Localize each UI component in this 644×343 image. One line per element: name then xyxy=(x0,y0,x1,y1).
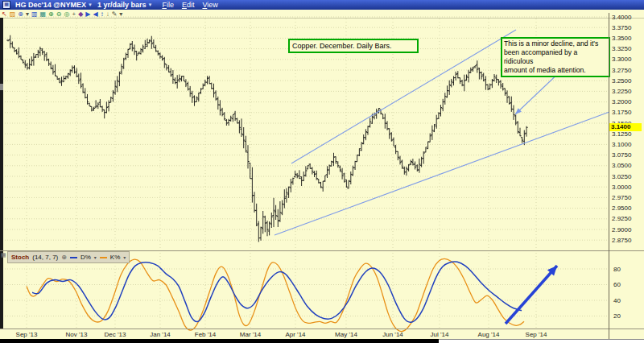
indicator-legend[interactable]: Stoch (14, 7, 7) ⊕ D% ▾ K% ▾ xyxy=(7,251,130,263)
date-tick-label: Apr '14 xyxy=(285,331,305,338)
indicator-params: (14, 7, 7) xyxy=(32,254,58,261)
price-tick-label: 3.0750 xyxy=(612,151,631,159)
date-tick-label: Nov '13 xyxy=(66,331,88,338)
date-tick-label: Sep '14 xyxy=(526,331,547,338)
date-tick-label: Mar '14 xyxy=(240,331,261,338)
d-series-label: D% xyxy=(80,254,91,261)
panel-grip-icon[interactable]: ▦ xyxy=(1,252,6,258)
price-tick-label: 2.8750 xyxy=(612,237,631,244)
price-tick-label: 3.3250 xyxy=(612,45,631,52)
date-tick-label: Jun '14 xyxy=(382,331,403,338)
add-series-icon[interactable]: ⊕ xyxy=(61,254,67,261)
price-tick-label: 2.9000 xyxy=(612,226,631,233)
footer-strip-right xyxy=(439,339,644,343)
axis-vertical-divider xyxy=(609,13,609,339)
price-tick-label: 2.9750 xyxy=(612,194,631,201)
stoch-tick-label: 40 xyxy=(613,297,621,304)
note-line: This is a minor decline, and it's xyxy=(504,39,607,48)
price-tick-label: 3.1750 xyxy=(612,109,631,116)
price-tick-label: 3.2750 xyxy=(612,67,631,74)
price-tick-label: 3.4000 xyxy=(612,14,631,21)
note-line: been accompanied by a ridiculous xyxy=(504,48,607,66)
chevron-down-icon[interactable]: ▾ xyxy=(94,254,97,260)
note-line: amount of media attention. xyxy=(504,66,607,75)
price-tick-label: 3.3750 xyxy=(612,24,631,31)
price-tick-label: 3.2250 xyxy=(612,88,631,95)
price-tick-label: 3.0500 xyxy=(612,162,631,169)
stoch-tick-label: 20 xyxy=(613,312,621,320)
footer-strip-left xyxy=(0,339,439,343)
stoch-tick-label: 80 xyxy=(613,266,621,273)
scrollbar-thumb[interactable] xyxy=(0,84,3,90)
chevron-down-icon[interactable]: ▾ xyxy=(123,254,126,260)
price-tick-label: 3.0250 xyxy=(612,173,631,180)
price-tick-label: 2.9250 xyxy=(612,215,631,222)
date-tick-label: Feb '14 xyxy=(195,331,216,338)
price-tick-label: 3.3000 xyxy=(612,56,631,63)
date-tick-label: Dec '13 xyxy=(105,331,126,338)
price-tick-label: 3.2000 xyxy=(612,98,631,105)
stoch-tick-label: 60 xyxy=(613,281,621,288)
k-line-swatch xyxy=(100,257,107,258)
last-price-tag: 3.1400 xyxy=(609,123,642,131)
d-line-swatch xyxy=(70,257,77,258)
indicator-name: Stoch xyxy=(11,254,29,261)
price-tick-label: 3.0000 xyxy=(612,184,631,191)
price-tick-label: 3.3500 xyxy=(612,35,631,42)
left-scrollbar[interactable] xyxy=(0,18,3,329)
panel-divider[interactable] xyxy=(0,250,644,251)
date-tick-label: Sep '13 xyxy=(16,331,38,338)
price-tick-label: 2.9500 xyxy=(612,205,631,212)
date-tick-label: May '14 xyxy=(335,331,357,338)
axis-divider xyxy=(0,329,644,329)
price-tick-label: 3.1000 xyxy=(612,141,631,148)
date-tick-label: Aug '14 xyxy=(478,331,500,338)
date-tick-label: Jan '14 xyxy=(150,331,171,338)
price-tick-label: 3.1250 xyxy=(612,130,631,138)
chart-note-title[interactable]: Copper. December. Daily Bars. xyxy=(288,39,419,53)
price-tick-label: 3.2500 xyxy=(612,77,631,85)
date-tick-label: Jul '14 xyxy=(431,331,449,338)
k-series-label: K% xyxy=(110,254,120,261)
chart-note-commentary[interactable]: This is a minor decline, and it's been a… xyxy=(501,37,610,77)
